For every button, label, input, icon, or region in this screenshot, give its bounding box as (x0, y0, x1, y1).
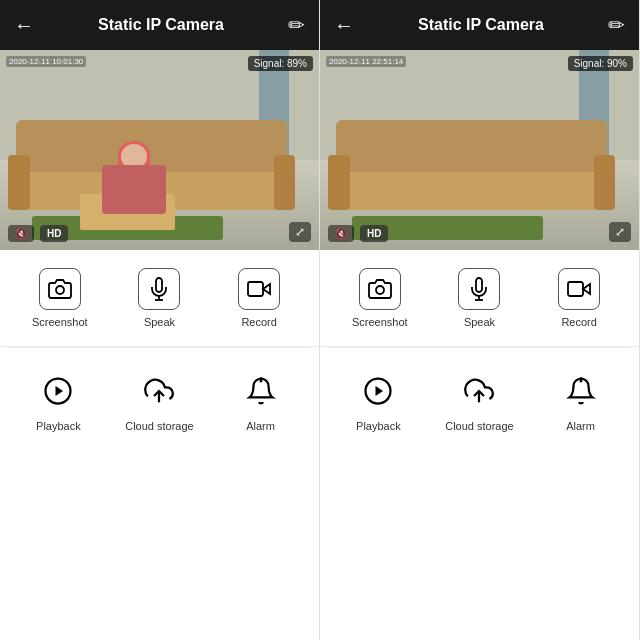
camera-feed-left: 2020-12-11 10:01:30 Signal: 89% 🔇 HD ⤢ (0, 50, 319, 250)
record-label-right: Record (561, 316, 596, 328)
speak-action-right[interactable]: Speak (449, 268, 509, 328)
actions-row-right: Screenshot Speak Record (320, 260, 639, 336)
screenshot-icon-left (39, 268, 81, 310)
hd-button-right[interactable]: HD (360, 225, 388, 242)
playback-icon-right (355, 368, 401, 414)
cloud-action-left[interactable]: Cloud storage (125, 368, 194, 432)
screenshot-label-left: Screenshot (32, 316, 88, 328)
timestamp-left: 2020-12-11 10:01:30 (6, 56, 86, 67)
alarm-icon-right (558, 368, 604, 414)
playback-label-left: Playback (36, 420, 81, 432)
actions-section-left: Screenshot Speak Record (0, 250, 319, 347)
screenshot-action-right[interactable]: Screenshot (350, 268, 410, 328)
hd-button-left[interactable]: HD (40, 225, 68, 242)
playback-action-left[interactable]: Playback (28, 368, 88, 432)
back-button-left[interactable]: ← (14, 14, 34, 37)
edit-button-left[interactable]: ✏ (288, 13, 305, 37)
bottom-row-right: Playback Cloud storage Alarm (320, 358, 639, 442)
mute-button-left[interactable]: 🔇 (8, 225, 34, 242)
title-left: Static IP Camera (98, 16, 224, 34)
signal-badge-right: Signal: 90% (568, 56, 633, 71)
alarm-icon-left (238, 368, 284, 414)
record-label-left: Record (241, 316, 276, 328)
panel-left: ← Static IP Camera ✏ 2020-12-11 10:01:30… (0, 0, 320, 640)
person-body-left (102, 165, 166, 214)
cloud-icon-left (136, 368, 182, 414)
header-right: ← Static IP Camera ✏ (320, 0, 639, 50)
mute-button-right[interactable]: 🔇 (328, 225, 354, 242)
back-button-right[interactable]: ← (334, 14, 354, 37)
speak-action-left[interactable]: Speak (129, 268, 189, 328)
playback-label-right: Playback (356, 420, 401, 432)
actions-section-right: Screenshot Speak Record (320, 250, 639, 347)
record-icon-left (238, 268, 280, 310)
cloud-label-left: Cloud storage (125, 420, 194, 432)
bottom-section-left: Playback Cloud storage Alarm (0, 348, 319, 640)
camera-feed-right: 2020-12-11 22:51:14 Signal: 90% 🔇 HD ⤢ (320, 50, 639, 250)
alarm-action-right[interactable]: Alarm (551, 368, 611, 432)
alarm-action-left[interactable]: Alarm (231, 368, 291, 432)
cam-controls-left: 🔇 HD (8, 225, 68, 242)
sofa-seat-right (341, 172, 601, 210)
speak-label-right: Speak (464, 316, 495, 328)
cloud-icon-right (456, 368, 502, 414)
cloud-action-right[interactable]: Cloud storage (445, 368, 514, 432)
speak-icon-right (458, 268, 500, 310)
person-left (102, 144, 166, 214)
signal-badge-left: Signal: 89% (248, 56, 313, 71)
expand-button-left[interactable]: ⤢ (289, 222, 311, 242)
scene-left (0, 50, 319, 250)
speak-icon-left (138, 268, 180, 310)
sofa-right (336, 120, 607, 220)
cam-controls-right: 🔇 HD (328, 225, 388, 242)
sofa-arm-left-r (328, 155, 350, 210)
panel-right: ← Static IP Camera ✏ 2020-12-11 22:51:14… (320, 0, 640, 640)
alarm-label-left: Alarm (246, 420, 275, 432)
sofa-arm-right-l (274, 155, 296, 210)
cloud-label-right: Cloud storage (445, 420, 514, 432)
timestamp-right: 2020-12-11 22:51:14 (326, 56, 406, 67)
scene-right (320, 50, 639, 250)
record-icon-right (558, 268, 600, 310)
header-left: ← Static IP Camera ✏ (0, 0, 319, 50)
bottom-row-left: Playback Cloud storage Alarm (0, 358, 319, 442)
expand-button-right[interactable]: ⤢ (609, 222, 631, 242)
screenshot-action-left[interactable]: Screenshot (30, 268, 90, 328)
playback-action-right[interactable]: Playback (348, 368, 408, 432)
sofa-back-right (336, 120, 607, 180)
speak-label-left: Speak (144, 316, 175, 328)
record-action-left[interactable]: Record (229, 268, 289, 328)
alarm-label-right: Alarm (566, 420, 595, 432)
playback-icon-left (35, 368, 81, 414)
sofa-arm-right-r (594, 155, 616, 210)
edit-button-right[interactable]: ✏ (608, 13, 625, 37)
actions-row-left: Screenshot Speak Record (0, 260, 319, 336)
screenshot-icon-right (359, 268, 401, 310)
screenshot-label-right: Screenshot (352, 316, 408, 328)
sofa-arm-left-l (8, 155, 30, 210)
bottom-section-right: Playback Cloud storage Alarm (320, 348, 639, 640)
record-action-right[interactable]: Record (549, 268, 609, 328)
title-right: Static IP Camera (418, 16, 544, 34)
